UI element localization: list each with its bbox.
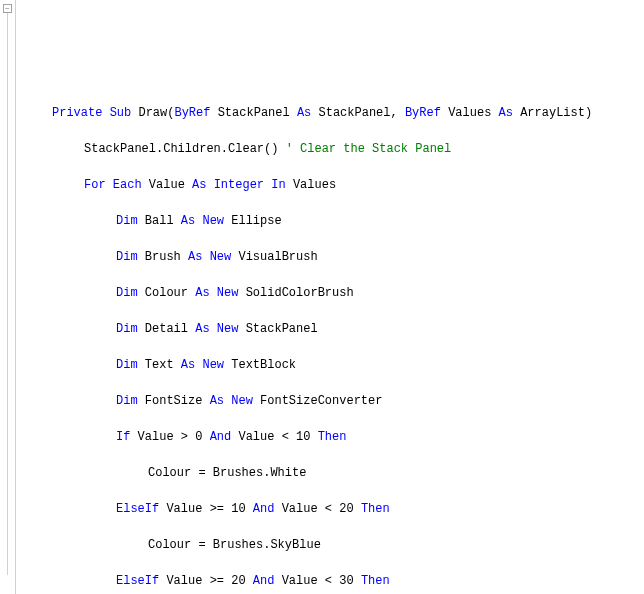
code-gutter: − [0,0,16,594]
code-line: Colour = Brushes.White [20,464,644,482]
code-line: Dim Colour As New SolidColorBrush [20,284,644,302]
code-line: ElseIf Value >= 10 And Value < 20 Then [20,500,644,518]
code-line: StackPanel.Children.Clear() ' Clear the … [20,140,644,158]
fold-toggle-icon[interactable]: − [3,4,12,13]
code-line: Colour = Brushes.SkyBlue [20,536,644,554]
code-line: For Each Value As Integer In Values [20,176,644,194]
code-line: ElseIf Value >= 20 And Value < 30 Then [20,572,644,590]
code-line: Dim FontSize As New FontSizeConverter [20,392,644,410]
code-line: Dim Text As New TextBlock [20,356,644,374]
code-line: Private Sub Draw(ByRef StackPanel As Sta… [20,104,644,122]
fold-line [7,13,8,575]
code-line: If Value > 0 And Value < 10 Then [20,428,644,446]
code-line: Dim Detail As New StackPanel [20,320,644,338]
code-editor[interactable]: Private Sub Draw(ByRef StackPanel As Sta… [20,84,644,594]
code-line: Dim Brush As New VisualBrush [20,248,644,266]
code-line: Dim Ball As New Ellipse [20,212,644,230]
